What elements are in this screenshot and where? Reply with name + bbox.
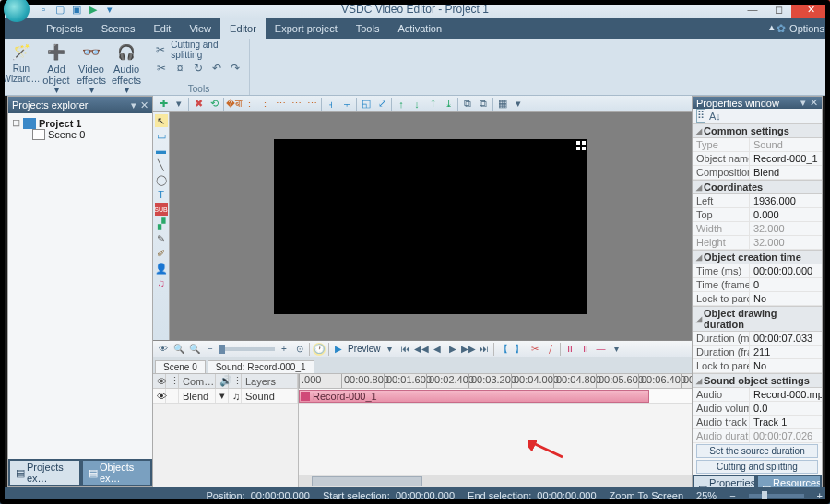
vt-cursor-icon[interactable]: ↖	[155, 114, 168, 127]
panel-close-icon[interactable]: ✕	[140, 100, 148, 111]
options-button[interactable]: ✿ Options	[777, 18, 824, 39]
menu-export[interactable]: Export project	[266, 18, 347, 39]
tree-scene-node[interactable]: Scene 0	[12, 129, 148, 140]
tlt-eye-icon[interactable]: 👁	[157, 343, 170, 356]
tlt-markin-icon[interactable]: 【	[497, 343, 510, 356]
tlt-prev-icon[interactable]: ◀◀	[415, 343, 428, 356]
minimize-button[interactable]: —	[740, 0, 765, 18]
scrollbar-thumb[interactable]	[312, 476, 422, 486]
tlt-zoomin-icon[interactable]: 🔍	[188, 343, 201, 356]
tlt-end-icon[interactable]: ⏭	[478, 343, 491, 356]
vt-chart-icon[interactable]: ▞	[155, 217, 168, 230]
tb-down-icon[interactable]: ↓	[410, 98, 423, 111]
timeline-hscrollbar[interactable]	[299, 475, 692, 487]
timeline-tab-scene[interactable]: Scene 0	[155, 360, 206, 373]
tlt-more-icon[interactable]: ▾	[611, 343, 623, 356]
tlt-markout-icon[interactable]: 】	[513, 343, 526, 356]
collapse-icon[interactable]: ⊟	[12, 117, 20, 129]
group-creation[interactable]: ◢Object creation time	[693, 250, 822, 264]
tb-bottom-icon[interactable]: ⤓	[442, 98, 455, 111]
vt-brush-icon[interactable]: ✐	[155, 247, 168, 260]
tb-align-left-icon[interactable]: �बा	[227, 98, 240, 111]
tlt-next-icon[interactable]: ▶▶	[462, 343, 475, 356]
tb-dist-v-icon[interactable]: ⫟	[340, 98, 353, 111]
prop-time-ms[interactable]: Time (ms)00:00:00.000	[693, 264, 822, 278]
tlt-clock-icon[interactable]: 🕐	[313, 343, 326, 356]
col-audio-icon[interactable]: 🔊	[216, 374, 229, 388]
zoom-plus-icon[interactable]: +	[817, 490, 823, 501]
prop-lock-parent-1[interactable]: Lock to parenNo	[693, 292, 822, 306]
tb-grid-icon[interactable]: ▦	[496, 98, 509, 111]
status-zoom-label[interactable]: Zoom To Screen	[610, 490, 684, 501]
tb-top-icon[interactable]: ⤒	[426, 98, 439, 111]
tb-up-icon[interactable]: ↑	[395, 98, 408, 111]
run-wizard-button[interactable]: 🪄 Run Wizard…	[6, 41, 37, 96]
prop-time-frame[interactable]: Time (frame)0	[693, 278, 822, 292]
timeline-tab-sound[interactable]: Sound: Record-000_1	[208, 360, 314, 373]
categorized-icon[interactable]: ⠿	[696, 109, 706, 123]
resize-handle-icon[interactable]	[576, 141, 586, 150]
prop-duration-ms[interactable]: Duration (ms00:00:07.033	[693, 332, 822, 346]
alphabetical-icon[interactable]: A↓	[709, 111, 721, 122]
group-sound[interactable]: ◢Sound object settings	[693, 373, 822, 388]
tlt-preview-label[interactable]: Preview	[348, 343, 381, 356]
cutting-splitting-button[interactable]: Cutting and splitting	[696, 460, 818, 474]
audio-effects-button[interactable]: 🎧 Audio effects ▾	[111, 41, 142, 96]
close-button[interactable]: ✕	[791, 0, 830, 18]
tlt-start-icon[interactable]: ⏮	[399, 343, 412, 356]
row-blend-drop-icon[interactable]: ▾	[216, 389, 229, 403]
prop-composition-mode[interactable]: Composition mBlend	[693, 166, 822, 180]
vt-ellipse-icon[interactable]: ◯	[155, 173, 168, 186]
tlt-split-icon[interactable]: ⧸	[544, 343, 557, 356]
preview-canvas[interactable]	[274, 139, 587, 314]
tlt-cut-icon[interactable]: ✂	[528, 343, 541, 356]
timeline-ruler[interactable]: .00000:00.80000:01.60000:02.40000:03.200…	[299, 374, 692, 389]
track-row[interactable]: 👁 Blend ▾ ♫ Sound	[153, 389, 298, 404]
menu-edit[interactable]: Edit	[144, 18, 180, 39]
audio-clip[interactable]: Record-000_1	[299, 390, 649, 403]
menu-projects[interactable]: Projects	[37, 18, 92, 39]
zoom-slider[interactable]	[749, 494, 804, 498]
prop-audio[interactable]: AudioRecord-000.mp3;	[693, 388, 822, 402]
group-coordinates[interactable]: ◢Coordinates	[693, 180, 822, 194]
tb-align-top-icon[interactable]: ⋯	[274, 98, 287, 111]
menu-editor[interactable]: Editor	[220, 18, 266, 39]
tb-dist-h-icon[interactable]: ⫞	[325, 98, 338, 111]
vt-person-icon[interactable]: 👤	[155, 262, 168, 275]
tb-align-center-icon[interactable]: ⋮	[243, 98, 255, 111]
prop-audio-track[interactable]: Audio trackTrack 1	[693, 416, 822, 429]
prop-duration-frame[interactable]: Duration (fra211	[693, 346, 822, 359]
set-source-duration-button[interactable]: Set the source duration	[696, 444, 818, 458]
group-drawing[interactable]: ◢Object drawing duration	[693, 306, 822, 332]
panel-close-icon[interactable]: ✕	[810, 97, 818, 109]
tb-copy-icon[interactable]: ⧉	[461, 98, 474, 111]
tb-more-icon[interactable]: ▾	[512, 98, 525, 111]
row-blend[interactable]: Blend	[179, 389, 216, 403]
maximize-button[interactable]: ◻	[765, 0, 791, 18]
timeline-track[interactable]: Record-000_1	[299, 389, 692, 404]
pin-icon[interactable]: ▾	[800, 97, 806, 109]
tlt-preview-drop-icon[interactable]: ▾	[384, 343, 397, 356]
prop-audio-volume[interactable]: Audio volume (0.0	[693, 402, 822, 416]
tb-paste-icon[interactable]: ⧉	[477, 98, 490, 111]
tool-undo-icon[interactable]: ↶	[209, 61, 224, 76]
tlt-stepback-icon[interactable]: ◀	[431, 343, 444, 356]
tlt-marker1-icon[interactable]: ⏸	[563, 343, 576, 356]
tb-align-right-icon[interactable]: ⋮	[258, 98, 271, 111]
tb-stretch-icon[interactable]: ⤢	[375, 98, 388, 111]
row-eye-icon[interactable]: 👁	[153, 389, 166, 403]
prop-lock-parent-2[interactable]: Lock to parenNo	[693, 359, 822, 373]
menu-scenes[interactable]: Scenes	[92, 18, 145, 39]
vt-image-icon[interactable]: ▬	[155, 144, 168, 157]
tab-objects-explorer[interactable]: ▤Objects ex…	[83, 461, 150, 485]
tool-redo-icon[interactable]: ↷	[228, 61, 243, 76]
vt-pen-icon[interactable]: ✎	[155, 232, 168, 245]
tlt-zoom-slider[interactable]	[219, 347, 275, 351]
video-effects-button[interactable]: 👓 Video effects ▾	[76, 41, 107, 96]
tool-crop-icon[interactable]: ✂	[154, 61, 169, 76]
add-object-button[interactable]: ➕ Add object ▾	[41, 41, 72, 96]
tb-delete-icon[interactable]: ✖	[192, 98, 205, 111]
vt-subtitle-icon[interactable]: SUB	[155, 203, 168, 216]
tool-cut-icon[interactable]: ¤	[172, 61, 187, 76]
tab-projects-explorer[interactable]: ▤Projects ex…	[10, 461, 79, 485]
